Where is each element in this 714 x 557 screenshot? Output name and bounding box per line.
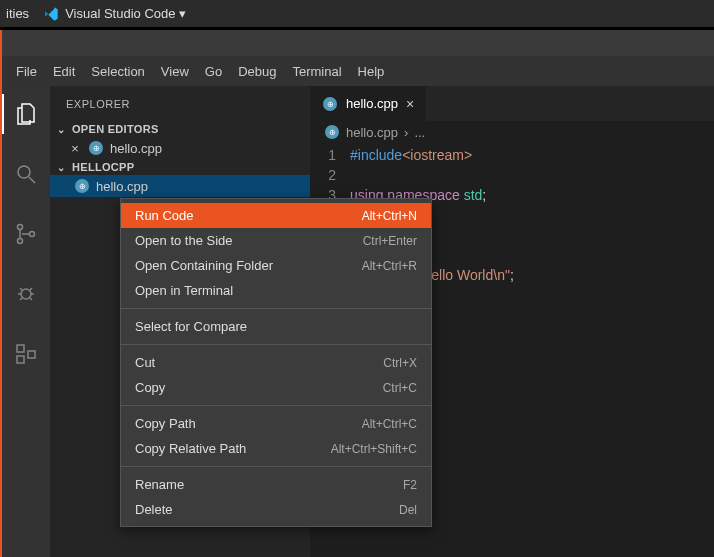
svg-line-8 — [20, 288, 22, 290]
svg-line-1 — [29, 177, 35, 183]
menu-go[interactable]: Go — [197, 64, 230, 79]
context-menu-separator — [121, 308, 431, 309]
context-menu-item[interactable]: Open Containing FolderAlt+Ctrl+R — [121, 253, 431, 278]
context-menu-item[interactable]: Copy Relative PathAlt+Ctrl+Shift+C — [121, 436, 431, 461]
cpp-file-icon: ⊕ — [88, 140, 104, 156]
context-menu-label: Open to the Side — [135, 233, 233, 248]
svg-text:⊕: ⊕ — [329, 128, 336, 137]
menu-selection[interactable]: Selection — [83, 64, 152, 79]
workspace-section[interactable]: ⌄ HELLOCPP — [50, 159, 310, 175]
activity-bar — [2, 86, 50, 557]
context-menu-shortcut: Alt+Ctrl+Shift+C — [331, 442, 417, 456]
svg-point-4 — [30, 232, 35, 237]
vscode-logo-icon — [43, 6, 59, 22]
svg-rect-12 — [17, 345, 24, 352]
explorer-title: EXPLORER — [50, 86, 310, 121]
activity-explorer[interactable] — [2, 94, 50, 134]
context-menu-shortcut: F2 — [403, 478, 417, 492]
svg-point-2 — [18, 225, 23, 230]
context-menu-shortcut: Alt+Ctrl+N — [362, 209, 417, 223]
breadcrumb[interactable]: ⊕ hello.cpp › ... — [310, 121, 714, 143]
close-icon[interactable]: × — [406, 96, 414, 112]
context-menu-item[interactable]: Select for Compare — [121, 314, 431, 339]
files-icon — [14, 102, 38, 126]
svg-text:⊕: ⊕ — [79, 182, 86, 191]
cpp-file-icon: ⊕ — [322, 96, 338, 112]
menu-file[interactable]: File — [8, 64, 45, 79]
open-editor-item[interactable]: × ⊕ hello.cpp — [50, 137, 310, 159]
svg-rect-14 — [28, 351, 35, 358]
context-menu-shortcut: Ctrl+Enter — [363, 234, 417, 248]
context-menu-separator — [121, 405, 431, 406]
menu-bar: File Edit Selection View Go Debug Termin… — [0, 56, 714, 86]
context-menu-label: Select for Compare — [135, 319, 247, 334]
file-tree-item[interactable]: ⊕ hello.cpp — [50, 175, 310, 197]
tab-label: hello.cpp — [346, 96, 398, 111]
context-menu-label: Open in Terminal — [135, 283, 233, 298]
menu-terminal[interactable]: Terminal — [284, 64, 349, 79]
extensions-icon — [14, 342, 38, 366]
activity-search[interactable] — [2, 154, 50, 194]
chevron-right-icon: › — [404, 125, 408, 140]
context-menu-item[interactable]: Open to the SideCtrl+Enter — [121, 228, 431, 253]
menu-debug[interactable]: Debug — [230, 64, 284, 79]
context-menu-item[interactable]: RenameF2 — [121, 472, 431, 497]
context-menu-shortcut: Alt+Ctrl+C — [362, 417, 417, 431]
open-editors-section[interactable]: ⌄ OPEN EDITORS — [50, 121, 310, 137]
file-label: hello.cpp — [110, 141, 162, 156]
chevron-down-icon: ⌄ — [54, 162, 68, 173]
context-menu-separator — [121, 466, 431, 467]
activity-scm[interactable] — [2, 214, 50, 254]
activity-extensions[interactable] — [2, 334, 50, 374]
bug-icon — [14, 282, 38, 306]
workspace-label: HELLOCPP — [72, 161, 134, 173]
close-icon[interactable]: × — [68, 141, 82, 156]
context-menu: Run CodeAlt+Ctrl+NOpen to the SideCtrl+E… — [120, 198, 432, 527]
search-icon — [14, 162, 38, 186]
svg-rect-13 — [17, 356, 24, 363]
context-menu-item[interactable]: Open in Terminal — [121, 278, 431, 303]
context-menu-label: Copy — [135, 380, 165, 395]
chevron-down-icon: ⌄ — [54, 124, 68, 135]
source-control-icon — [14, 222, 38, 246]
menu-view[interactable]: View — [153, 64, 197, 79]
open-editors-label: OPEN EDITORS — [72, 123, 159, 135]
context-menu-shortcut: Ctrl+X — [383, 356, 417, 370]
breadcrumb-file: hello.cpp — [346, 125, 398, 140]
svg-point-0 — [18, 166, 30, 178]
context-menu-item[interactable]: CutCtrl+X — [121, 350, 431, 375]
svg-point-5 — [21, 289, 31, 299]
activity-debug[interactable] — [2, 274, 50, 314]
app-menu-button[interactable]: Visual Studio Code ▾ — [43, 6, 186, 22]
context-menu-label: Copy Relative Path — [135, 441, 246, 456]
context-menu-label: Open Containing Folder — [135, 258, 273, 273]
editor-tab[interactable]: ⊕ hello.cpp × — [310, 86, 427, 121]
context-menu-shortcut: Del — [399, 503, 417, 517]
svg-line-9 — [30, 288, 32, 290]
editor-tabs: ⊕ hello.cpp × — [310, 86, 714, 121]
os-top-bar: ities Visual Studio Code ▾ — [0, 0, 714, 28]
breadcrumb-more: ... — [414, 125, 425, 140]
svg-point-3 — [18, 239, 23, 244]
context-menu-label: Delete — [135, 502, 173, 517]
file-label: hello.cpp — [96, 179, 148, 194]
context-menu-label: Rename — [135, 477, 184, 492]
context-menu-label: Cut — [135, 355, 155, 370]
svg-text:⊕: ⊕ — [93, 144, 100, 153]
menu-help[interactable]: Help — [350, 64, 393, 79]
context-menu-separator — [121, 344, 431, 345]
cpp-file-icon: ⊕ — [324, 124, 340, 140]
context-menu-label: Copy Path — [135, 416, 196, 431]
activities-label[interactable]: ities — [6, 6, 29, 21]
app-title-text: Visual Studio Code ▾ — [65, 6, 186, 21]
svg-line-10 — [20, 298, 22, 300]
context-menu-label: Run Code — [135, 208, 194, 223]
svg-text:⊕: ⊕ — [327, 100, 334, 109]
menu-edit[interactable]: Edit — [45, 64, 83, 79]
context-menu-item[interactable]: Copy PathAlt+Ctrl+C — [121, 411, 431, 436]
context-menu-item[interactable]: DeleteDel — [121, 497, 431, 522]
context-menu-shortcut: Ctrl+C — [383, 381, 417, 395]
context-menu-item[interactable]: CopyCtrl+C — [121, 375, 431, 400]
context-menu-shortcut: Alt+Ctrl+R — [362, 259, 417, 273]
context-menu-item[interactable]: Run CodeAlt+Ctrl+N — [121, 203, 431, 228]
